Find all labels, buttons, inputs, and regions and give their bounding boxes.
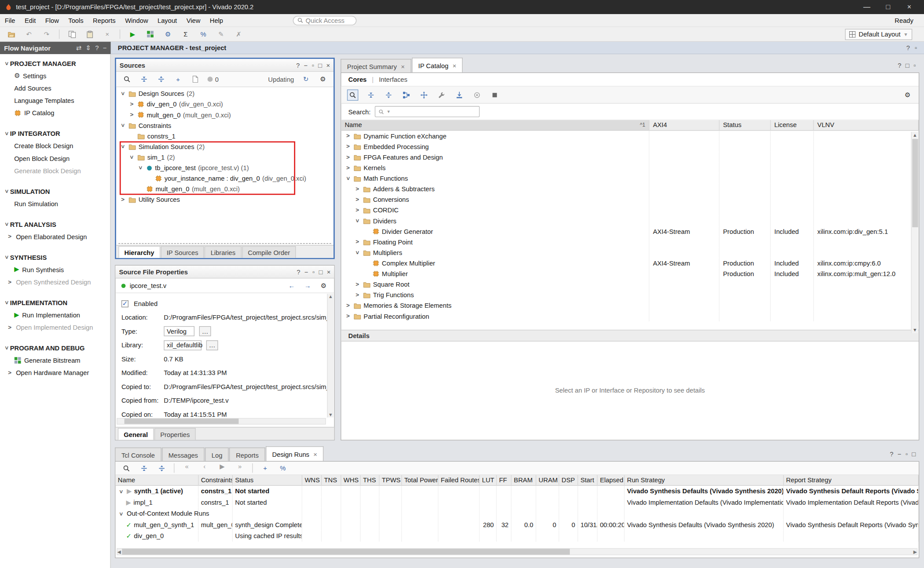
chevron-down-icon[interactable]: > <box>355 218 360 224</box>
copy-button[interactable] <box>66 29 77 40</box>
settings-button[interactable]: ⚙ <box>163 29 173 40</box>
catalog-row-partial-reconfiguration[interactable]: >Partial Reconfiguration <box>341 311 918 321</box>
tab-properties[interactable]: Properties <box>154 428 196 440</box>
column-header-whs[interactable]: WHS <box>341 475 360 485</box>
column-header-lut[interactable]: LUT <box>480 475 497 485</box>
add-button[interactable]: + <box>260 463 271 473</box>
tab-log[interactable]: Log <box>205 448 229 462</box>
expand-icon[interactable]: ⇕ <box>85 44 91 51</box>
menu-layout[interactable]: Layout <box>153 17 182 24</box>
column-header-wns[interactable]: WNS <box>302 475 322 485</box>
refresh-button[interactable]: ↻ <box>301 74 311 84</box>
properties-horizontal-scrollbar[interactable] <box>117 418 326 425</box>
run-row-synth-1-active[interactable]: >▶synth_1 (active)constrs_1Not startedVi… <box>115 486 918 497</box>
float-icon[interactable]: ▫ <box>915 44 917 51</box>
chevron-right-icon[interactable]: > <box>128 101 135 107</box>
dock-icon[interactable]: ⇄ <box>76 44 81 51</box>
flow-item-open-hardware-manager[interactable]: >Open Hardware Manager <box>0 366 110 379</box>
help-icon[interactable]: ? <box>296 62 300 69</box>
edit-button[interactable]: ✎ <box>216 29 226 40</box>
chevron-right-icon[interactable]: > <box>345 144 351 149</box>
column-header-elapsed[interactable]: Elapsed <box>598 475 625 485</box>
tab-tcl-console[interactable]: Tcl Console <box>115 448 161 462</box>
maximize-icon[interactable]: □ <box>319 268 323 275</box>
ip-catalog-vertical-scrollbar[interactable]: ▲ ▼ <box>911 132 918 333</box>
flow-section-header-ip-integrator[interactable]: >IP INTEGRATOR <box>0 128 110 140</box>
maximize-icon[interactable]: □ <box>318 62 322 69</box>
column-header-tpws[interactable]: TPWS <box>379 475 402 485</box>
menu-edit[interactable]: Edit <box>20 17 40 24</box>
scrollbar-thumb[interactable] <box>122 549 570 554</box>
chevron-right-icon[interactable]: > <box>354 197 361 202</box>
menu-help[interactable]: Help <box>205 17 228 24</box>
maximize-icon[interactable]: □ <box>912 451 916 458</box>
expand-all-button[interactable] <box>156 74 166 84</box>
help-icon[interactable]: ? <box>906 44 910 51</box>
tree-item-design-sources[interactable]: >Design Sources(2) <box>116 88 334 99</box>
tree-item-constrs-1[interactable]: >constrs_1 <box>116 131 334 141</box>
column-header-status[interactable]: Status <box>719 120 771 130</box>
column-header-dsp[interactable]: DSP <box>559 475 578 485</box>
float-icon[interactable]: ▫ <box>913 62 916 69</box>
catalog-row-cordic[interactable]: >CORDIC <box>341 205 918 215</box>
close-button[interactable]: × <box>899 0 920 13</box>
column-header-name[interactable]: Name^1 <box>341 120 649 130</box>
hier-button[interactable] <box>401 90 411 100</box>
paste-button[interactable] <box>84 29 95 40</box>
chevron-down-icon[interactable]: > <box>120 122 126 129</box>
column-header-uram[interactable]: URAM <box>536 475 559 485</box>
chevron-down-icon[interactable]: > <box>138 164 143 171</box>
expand-all-button[interactable] <box>383 90 394 100</box>
expand-all-button[interactable] <box>156 463 167 473</box>
tab-libraries[interactable]: Libraries <box>205 246 241 258</box>
flow-item-generate-bitstream[interactable]: Generate Bitstream <box>0 354 110 366</box>
catalog-row-fpga-features-and-design[interactable]: >FPGA Features and Design <box>341 152 918 163</box>
flow-item-language-templates[interactable]: Language Templates <box>0 94 110 106</box>
tree-item-simulation-sources[interactable]: >Simulation Sources(2) <box>116 141 334 152</box>
chevron-right-icon[interactable]: > <box>7 233 13 239</box>
chevron-down-icon[interactable]: > <box>4 345 10 351</box>
tree-item-mult-gen-0[interactable]: >mult_gen_0(mult_gen_0.xci) <box>116 109 334 120</box>
tree-item-mult-gen-0[interactable]: >mult_gen_0(mult_gen_0.xci) <box>116 184 334 194</box>
scroll-right-arrow[interactable]: ▶ <box>913 549 917 554</box>
chevron-right-icon[interactable]: > <box>345 302 351 308</box>
tree-item-utility-sources[interactable]: >Utility Sources <box>116 194 334 204</box>
tab-ip-catalog[interactable]: IP Catalog× <box>412 58 463 73</box>
flow-item-run-implementation[interactable]: ▶Run Implementation <box>0 309 110 321</box>
flow-item-settings[interactable]: ⚙Settings <box>0 69 110 82</box>
scroll-left-arrow[interactable]: ◀ <box>117 549 121 554</box>
chevron-right-icon[interactable]: > <box>354 292 361 298</box>
tree-item-sim-1[interactable]: >sim_1(2) <box>116 152 334 163</box>
column-header-ff[interactable]: FF <box>497 475 511 485</box>
maximize-icon[interactable]: □ <box>906 62 909 69</box>
chevron-down-icon[interactable]: > <box>118 488 124 495</box>
view-interfaces[interactable]: Interfaces <box>379 76 407 83</box>
catalog-row-memories-storage-elements[interactable]: >Memories & Storage Elements <box>341 300 918 311</box>
search-button[interactable] <box>121 463 132 473</box>
chevron-down-icon[interactable]: > <box>4 299 10 306</box>
column-header-axi4[interactable]: AXI4 <box>649 120 719 130</box>
catalog-row-dividers[interactable]: >Dividers <box>341 215 918 226</box>
close-tab-icon[interactable]: × <box>313 451 317 458</box>
percent-button[interactable]: % <box>278 463 288 473</box>
catalog-row-multipliers[interactable]: >Multipliers <box>341 247 918 258</box>
add-button[interactable]: + <box>172 74 183 84</box>
run-button[interactable]: ▶ <box>217 463 227 473</box>
reorder-button[interactable] <box>418 90 429 100</box>
wrench-button[interactable] <box>436 90 447 100</box>
run-row-impl-1[interactable]: ▶impl_1constrs_1Not startedVivado Implem… <box>115 497 918 508</box>
flow-item-run-synthesis[interactable]: ▶Run Synthesis <box>0 263 110 276</box>
chevron-right-icon[interactable]: > <box>345 313 351 319</box>
scrollbar-thumb[interactable] <box>912 139 918 227</box>
close-icon[interactable]: × <box>327 268 331 275</box>
back-button[interactable]: ← <box>286 280 297 291</box>
property-value-input[interactable]: xil_defaultlib <box>164 340 202 350</box>
chevron-right-icon[interactable]: > <box>354 186 361 192</box>
catalog-row-conversions[interactable]: >Conversions <box>341 194 918 205</box>
catalog-row-math-functions[interactable]: >Math Functions <box>341 173 918 184</box>
minimize-icon[interactable]: − <box>304 62 308 69</box>
chevron-down-icon[interactable]: > <box>4 188 10 195</box>
column-header-constraints[interactable]: Constraints <box>198 475 233 485</box>
collapse-all-button[interactable] <box>365 90 376 100</box>
tab-messages[interactable]: Messages <box>162 448 205 462</box>
